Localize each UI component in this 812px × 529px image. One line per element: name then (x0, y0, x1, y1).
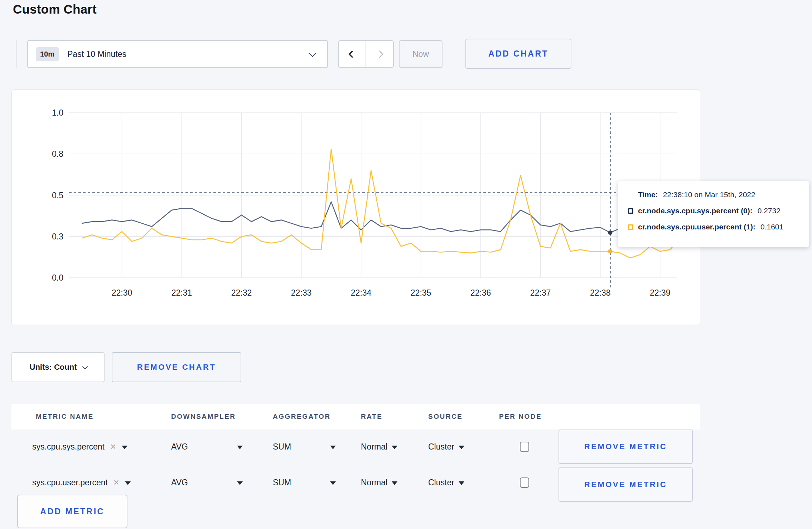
tooltip-series-label: cr.node.sys.cpu.sys.percent (0): (638, 207, 753, 215)
svg-text:22:33: 22:33 (291, 288, 312, 297)
caret-down-icon (125, 481, 131, 485)
downsampler-value: AVG (171, 478, 188, 487)
svg-text:22:35: 22:35 (411, 288, 431, 297)
add-chart-button[interactable]: ADD CHART (465, 39, 571, 69)
remove-tag-x-icon[interactable]: × (113, 478, 119, 487)
metric-name: sys.cpu.user.percent (32, 478, 108, 487)
svg-text:22:30: 22:30 (112, 288, 132, 297)
tooltip-series-row: cr.node.sys.cpu.sys.percent (0): 0.2732 (628, 207, 802, 215)
add-metric-button[interactable]: ADD METRIC (17, 495, 127, 528)
units-label: Units: Count (30, 363, 77, 372)
remove-metric-button[interactable]: REMOVE METRIC (559, 467, 693, 502)
time-pager (338, 40, 394, 68)
col-header-rate: RATE (361, 404, 382, 429)
col-header-aggregator: AGGREGATOR (273, 404, 331, 429)
svg-text:1.0: 1.0 (52, 108, 63, 117)
per-node-checkbox[interactable] (520, 442, 529, 452)
rate-value: Normal (361, 442, 387, 452)
tooltip-series-row: cr.node.sys.cpu.user.percent (1): 0.1601 (628, 223, 802, 231)
metrics-table-header: METRIC NAME DOWNSAMPLER AGGREGATOR RATE … (11, 404, 700, 429)
chart-card: 0.00.30.50.81.022:3022:3122:3222:3322:34… (11, 89, 700, 325)
tooltip-time-label: Time: (638, 190, 658, 199)
time-range-select[interactable]: 10m Past 10 Minutes (27, 40, 328, 68)
rate-select[interactable]: Normal (361, 429, 397, 464)
chevron-left-icon (348, 50, 356, 58)
tooltip-series-label: cr.node.sys.cpu.user.percent (1): (638, 223, 755, 231)
svg-text:0.8: 0.8 (52, 149, 63, 159)
tooltip-time-row: Time: 22:38:10 on Mar 15th, 2022 (628, 190, 802, 199)
remove-chart-button[interactable]: REMOVE CHART (112, 352, 241, 382)
user-series-swatch-icon (628, 224, 633, 230)
aggregator-value: SUM (273, 478, 291, 487)
downsampler-select[interactable]: AVG (171, 465, 243, 500)
sys-series-swatch-icon (628, 208, 633, 214)
source-select[interactable]: Cluster (428, 429, 464, 464)
tooltip-time-value: 22:38:10 on Mar 15th, 2022 (663, 190, 755, 199)
caret-down-icon (392, 481, 397, 485)
rate-value: Normal (361, 478, 387, 487)
caret-down-icon (122, 446, 127, 449)
table-row: sys.cpu.sys.percent × AVG SUM Normal Clu… (11, 429, 700, 464)
chart-tooltip: Time: 22:38:10 on Mar 15th, 2022 cr.node… (618, 181, 809, 247)
caret-down-icon (392, 446, 397, 449)
chevron-down-icon (309, 49, 317, 57)
svg-text:22:32: 22:32 (231, 288, 252, 297)
units-select[interactable]: Units: Count (11, 352, 105, 382)
aggregator-select[interactable]: SUM (273, 429, 336, 464)
source-select[interactable]: Cluster (428, 465, 464, 500)
time-range-badge: 10m (36, 47, 59, 61)
downsampler-select[interactable]: AVG (171, 429, 243, 464)
source-value: Cluster (428, 478, 454, 487)
aggregator-value: SUM (273, 442, 291, 452)
cpu-line-chart[interactable]: 0.00.30.50.81.022:3022:3122:3222:3322:34… (12, 90, 700, 325)
chevron-right-icon (376, 50, 383, 58)
tooltip-series-value: 0.1601 (760, 223, 783, 231)
svg-text:0.3: 0.3 (52, 232, 63, 241)
time-range-label: Past 10 Minutes (67, 49, 126, 59)
col-header-source: SOURCE (428, 404, 463, 429)
toolbar-left-divider (16, 40, 16, 68)
svg-text:22:31: 22:31 (171, 288, 192, 297)
col-header-metric-name: METRIC NAME (36, 404, 94, 429)
caret-down-icon (237, 481, 243, 485)
caret-down-icon (330, 446, 336, 449)
remove-metric-button[interactable]: REMOVE METRIC (559, 429, 693, 464)
prev-time-button[interactable] (339, 41, 366, 67)
caret-down-icon (330, 481, 336, 485)
rate-select[interactable]: Normal (361, 465, 397, 500)
col-header-downsampler: DOWNSAMPLER (171, 404, 236, 429)
metric-name-select[interactable]: sys.cpu.sys.percent × (32, 429, 127, 464)
svg-text:22:34: 22:34 (351, 288, 372, 297)
downsampler-value: AVG (171, 442, 188, 452)
custom-chart-page: { "page": { "title": "Custom Chart" }, "… (0, 0, 812, 529)
col-header-per-node: PER NODE (499, 404, 542, 429)
svg-text:0.5: 0.5 (52, 191, 63, 200)
chevron-down-icon (82, 364, 88, 369)
page-title: Custom Chart (13, 2, 97, 16)
svg-text:22:36: 22:36 (470, 288, 491, 297)
caret-down-icon (459, 481, 464, 485)
svg-text:22:39: 22:39 (650, 288, 671, 297)
per-node-checkbox[interactable] (520, 477, 529, 488)
aggregator-select[interactable]: SUM (273, 465, 336, 500)
caret-down-icon (459, 446, 464, 449)
caret-down-icon (237, 446, 243, 449)
svg-text:22:38: 22:38 (590, 288, 611, 297)
remove-tag-x-icon[interactable]: × (110, 442, 116, 452)
tooltip-series-value: 0.2732 (758, 207, 780, 215)
source-value: Cluster (428, 442, 454, 452)
svg-text:22:37: 22:37 (530, 288, 551, 297)
svg-text:0.0: 0.0 (52, 273, 63, 282)
next-time-button[interactable] (366, 41, 393, 67)
metric-name: sys.cpu.sys.percent (32, 442, 105, 452)
now-button[interactable]: Now (399, 40, 443, 68)
